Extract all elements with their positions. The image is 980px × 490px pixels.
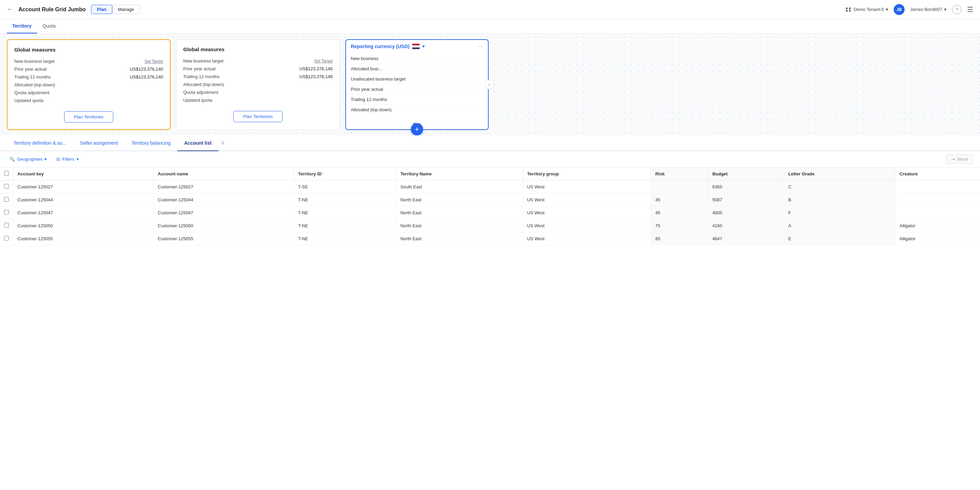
currency-chevron-icon[interactable]: ▾ — [422, 44, 425, 49]
cell-creature — [895, 194, 980, 207]
cell-territory-name: North East — [396, 194, 523, 207]
col-account-key: Account key — [13, 167, 154, 180]
tab-territory-definition[interactable]: Territory definition & as... — [7, 135, 73, 151]
card-1-row-1: New business target Set Target — [14, 57, 163, 65]
user-name: James Bond007 — [910, 7, 942, 12]
tenant-name: Demo Tenant-5 — [853, 7, 884, 12]
cell-account-name: Customer-125055 — [154, 232, 294, 245]
tab-seller-assignment[interactable]: Seller assignment — [73, 135, 124, 151]
col-budget: Budget — [708, 167, 784, 180]
row-checkbox-cell — [0, 232, 13, 245]
card-1-row-4: Allocated (top-down) — [14, 81, 163, 89]
header-right: Demo Tenant-5 ▾ JB James Bond007 ▾ ? ☰ — [846, 4, 973, 15]
col-territory-name: Territory Name — [396, 167, 523, 180]
plan-territories-btn-1[interactable]: Plan Territories — [64, 111, 113, 123]
menu-button[interactable]: ☰ — [967, 5, 973, 14]
dropdown-item-2: Allocated busi... — [351, 64, 483, 74]
row-checkbox-3[interactable] — [4, 223, 9, 228]
filters-button[interactable]: ⊟ Filters ▾ — [54, 155, 81, 163]
more-options-button[interactable]: ··· — [479, 43, 483, 49]
geographies-label: Geographies — [17, 157, 42, 162]
table-row: Customer-125047 Customer-125047 T-NE Nor… — [0, 207, 980, 220]
dropdown-item-4: Prior year actual — [351, 84, 483, 94]
cell-account-key: Customer-125047 — [13, 207, 154, 220]
row-checkbox-2[interactable] — [4, 210, 9, 215]
move-button[interactable]: ⇥ Move — [946, 154, 973, 164]
dropdown-header: Reporting currency (USD) ▾ ··· — [346, 40, 488, 52]
cell-letter-grade: F — [784, 207, 895, 220]
card-1: Global measures New business target Set … — [7, 39, 170, 130]
card-2-title: Global measures — [183, 46, 333, 52]
card-2-row-1: New business target Set Target — [183, 57, 333, 65]
dropdown-item-5: Trailing 12 months — [351, 94, 483, 105]
col-territory-id: Territory ID — [294, 167, 396, 180]
flag-icon — [412, 44, 420, 49]
cell-account-name: Customer-125027 — [154, 180, 294, 194]
cell-budget: 4647 — [708, 232, 784, 245]
tab-quota[interactable]: Quota — [37, 19, 61, 33]
cell-territory-name: North East — [396, 207, 523, 220]
user-menu[interactable]: James Bond007 ▾ — [910, 7, 947, 12]
card-1-row-6: Updated quota — [14, 97, 163, 104]
move-icon: ⇥ — [951, 157, 955, 162]
cell-risk: 85 — [651, 232, 708, 245]
row-checkbox-cell — [0, 180, 13, 194]
chevron-right-icon[interactable]: › — [485, 80, 494, 89]
dropdown-content: New business Allocated busi... Unallocat… — [346, 52, 488, 119]
tab-territory-balancing[interactable]: Territory balancing — [124, 135, 177, 151]
geographies-chevron-icon: ▾ — [45, 157, 47, 162]
cell-territory-group: US West — [523, 207, 651, 220]
dropdown-item-1: New business — [351, 54, 483, 64]
card-2-row-6: Updated quota — [183, 96, 333, 104]
plan-button[interactable]: Plan — [91, 5, 112, 14]
plan-territories-btn-2[interactable]: Plan Territories — [234, 111, 283, 122]
table-header-row: Account key Account name Territory ID Te… — [0, 167, 980, 180]
geographies-filter-button[interactable]: 🔍 Geographies ▾ — [7, 155, 49, 163]
cell-letter-grade: C — [784, 180, 895, 194]
user-initials: JB — [896, 7, 902, 12]
cell-risk: 75 — [651, 220, 708, 232]
tenant-selector[interactable]: Demo Tenant-5 ▾ — [846, 7, 888, 12]
set-target-link-1[interactable]: Set Target — [145, 59, 163, 64]
card-2: Global measures New business target Set … — [176, 39, 340, 130]
cell-budget: 4005 — [708, 207, 784, 220]
cell-territory-name: North East — [396, 232, 523, 245]
move-label: Move — [957, 157, 968, 162]
cell-creature: Alligator — [895, 232, 980, 245]
cell-letter-grade: E — [784, 232, 895, 245]
reporting-currency-label: Reporting currency (USD) — [351, 44, 409, 49]
cell-account-name: Customer-125050 — [154, 220, 294, 232]
filters-chevron-icon: ▾ — [76, 157, 79, 162]
back-button[interactable]: ← — [7, 6, 13, 13]
card-2-row-3: Trailing 12 months US$123,376,140 — [183, 73, 333, 81]
dropdown-card: Reporting currency (USD) ▾ ··· New busin… — [345, 39, 488, 130]
drag-handle-icon[interactable]: ≡ — [221, 140, 224, 146]
cell-territory-id: T-NE — [294, 194, 396, 207]
bottom-tabs: Territory definition & as... Seller assi… — [0, 135, 980, 151]
help-button[interactable]: ? — [952, 5, 962, 14]
cell-risk: 45 — [651, 207, 708, 220]
question-icon: ? — [955, 7, 958, 12]
cell-account-key: Customer-125027 — [13, 180, 154, 194]
table-row: Customer-125027 Customer-125027 T-SE Sou… — [0, 180, 980, 194]
set-target-link-2[interactable]: Set Target — [314, 59, 333, 64]
tenant-chevron-icon: ▾ — [886, 7, 888, 12]
row-checkbox-0[interactable] — [4, 184, 9, 189]
dropdown-item-6: Allocated (top-down) — [351, 105, 483, 115]
cell-territory-id: T-NE — [294, 232, 396, 245]
cell-creature — [895, 207, 980, 220]
cell-creature — [895, 180, 980, 194]
row-checkbox-1[interactable] — [4, 197, 9, 202]
row-checkbox-4[interactable] — [4, 236, 9, 240]
add-button[interactable]: + — [411, 123, 423, 135]
manage-button[interactable]: Manage — [112, 5, 140, 14]
user-avatar[interactable]: JB — [894, 4, 905, 15]
col-risk: Risk — [651, 167, 708, 180]
select-all-checkbox[interactable] — [4, 171, 9, 176]
tab-account-list[interactable]: Account list — [177, 135, 218, 151]
cell-budget: 4160 — [708, 220, 784, 232]
cell-territory-id: T-NE — [294, 207, 396, 220]
cell-territory-id: T-SE — [294, 180, 396, 194]
table-row: Customer-125044 Customer-125044 T-NE Nor… — [0, 194, 980, 207]
tab-territory[interactable]: Territory — [7, 19, 37, 33]
